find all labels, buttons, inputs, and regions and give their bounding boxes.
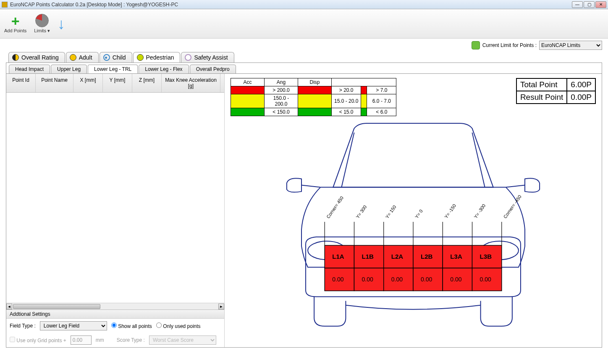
result-point-value: 0.00P: [567, 91, 595, 104]
show-all-radio[interactable]: Show all points: [111, 322, 152, 329]
tab-adult[interactable]: Adult: [66, 52, 99, 62]
settings-header: Addtional Settings: [6, 310, 224, 319]
col-max-knee[interactable]: Max Knee Acceleration [g]: [162, 74, 220, 92]
svg-text:0.00: 0.00: [450, 276, 462, 283]
title-bar: EuroNCAP Points Calculator 0.2a [Desktop…: [0, 0, 608, 9]
col-point-name[interactable]: Point Name: [36, 74, 73, 92]
maximize-button[interactable]: ▢: [584, 1, 595, 8]
svg-text:L2A: L2A: [391, 253, 404, 260]
adult-icon: [70, 54, 76, 61]
result-point-label: Result Point: [516, 91, 567, 104]
total-point-label: Total Point: [516, 78, 567, 91]
mm-label: mm: [96, 337, 104, 343]
subtab-upper-leg[interactable]: Upper Leg: [51, 65, 87, 74]
svg-text:0.00: 0.00: [362, 276, 374, 283]
field-type-label: Field Type :: [10, 323, 36, 329]
only-used-radio[interactable]: Only used points: [156, 322, 201, 329]
limit-icon: [472, 41, 480, 49]
svg-line-0: [301, 185, 320, 187]
additional-settings: Addtional Settings Field Type : Lower Le…: [6, 309, 224, 347]
svg-text:Y= 0: Y= 0: [414, 208, 424, 219]
subtab-head-impact[interactable]: Head Impact: [9, 65, 50, 74]
svg-text:L1A: L1A: [332, 253, 344, 260]
minimize-button[interactable]: —: [572, 1, 583, 8]
subtab-lower-leg-trl[interactable]: Lower Leg - TRL: [88, 65, 138, 74]
limits-button[interactable]: Limits ▾: [34, 14, 50, 34]
content-frame: Head Impact Upper Leg Lower Leg - TRL Lo…: [6, 62, 602, 348]
down-arrow-button[interactable]: ↓: [58, 18, 65, 30]
close-button[interactable]: ✕: [595, 1, 606, 8]
col-y[interactable]: Y [mm]: [103, 74, 132, 92]
grid-body[interactable]: [6, 93, 224, 303]
safety-assist-icon: [185, 54, 191, 61]
plus-icon: +: [11, 15, 20, 27]
use-grid-checkbox[interactable]: Use only Grid points +: [10, 337, 66, 343]
svg-text:L3B: L3B: [480, 253, 492, 260]
grid-header: Point Id Point Name X [mm] Y [mm] Z [mm]…: [6, 74, 224, 93]
limit-selector-row: Current Limit for Points : EuroNCAP Limi…: [0, 39, 608, 52]
score-type-select: Worst Case Score: [149, 335, 216, 345]
svg-text:Y= -300: Y= -300: [473, 203, 486, 219]
car-diagram: Corner= 450 Y= 300 Y= 150 Y= 0 Y= -150 Y…: [225, 120, 602, 347]
scroll-right-arrow[interactable]: ►: [218, 304, 224, 309]
child-icon: [103, 54, 110, 61]
app-icon: [2, 2, 8, 8]
svg-text:Y= -150: Y= -150: [443, 203, 457, 219]
svg-line-1: [506, 185, 525, 187]
svg-text:Y= 150: Y= 150: [385, 204, 397, 219]
total-point-value: 6.00P: [567, 78, 595, 91]
limit-select[interactable]: EuroNCAP Limits: [539, 41, 602, 50]
gauge-icon: [35, 14, 49, 27]
svg-text:Corner= 450: Corner= 450: [325, 195, 344, 219]
scroll-thumb[interactable]: [13, 304, 100, 309]
main-tabs: Overall Rating Adult Child Pedestrian Sa…: [0, 52, 608, 62]
points-summary: Total Point6.00P Result Point0.00P: [516, 78, 596, 104]
subtab-overall-pedpro[interactable]: Overall Pedpro: [190, 65, 236, 74]
svg-text:0.00: 0.00: [391, 276, 403, 283]
grid-horizontal-scrollbar[interactable]: ◄ ►: [6, 303, 224, 309]
grid-offset-input: [71, 335, 92, 345]
svg-text:L1B: L1B: [362, 253, 374, 260]
scroll-left-arrow[interactable]: ◄: [6, 304, 12, 309]
col-point-id[interactable]: Point Id: [6, 74, 36, 92]
svg-text:0.00: 0.00: [480, 276, 492, 283]
sub-tabs: Head Impact Upper Leg Lower Leg - TRL Lo…: [6, 63, 602, 74]
score-type-label: Score Type :: [117, 337, 145, 343]
field-type-select[interactable]: Lower Leg Field: [40, 321, 107, 330]
col-x[interactable]: X [mm]: [73, 74, 103, 92]
main-toolbar: + Add Points Limits ▾ ↓: [0, 9, 608, 39]
svg-text:Y= 300: Y= 300: [355, 204, 367, 219]
svg-text:L3A: L3A: [450, 253, 462, 260]
tab-child[interactable]: Child: [100, 52, 132, 62]
tab-safety-assist[interactable]: Safety Assist: [181, 52, 234, 62]
svg-text:0.00: 0.00: [421, 276, 432, 283]
subtab-lower-leg-flex[interactable]: Lower Leg - Flex: [139, 65, 189, 74]
limit-label: Current Limit for Points :: [482, 42, 537, 48]
svg-text:L2B: L2B: [421, 253, 433, 260]
visualization-panel: Acc Ang Disp > 200.0> 20.0> 7.0 150.0 - …: [225, 74, 602, 347]
tab-pedestrian[interactable]: Pedestrian: [133, 52, 181, 62]
pedestrian-icon: [137, 54, 144, 61]
arrow-down-icon: ↓: [58, 18, 65, 30]
tab-overall-rating[interactable]: Overall Rating: [8, 52, 65, 62]
svg-text:0.00: 0.00: [332, 276, 344, 283]
points-grid-panel: Point Id Point Name X [mm] Y [mm] Z [mm]…: [6, 74, 225, 347]
dropdown-caret-icon: ▾: [46, 28, 50, 33]
window-title: EuroNCAP Points Calculator 0.2a [Desktop…: [10, 2, 572, 8]
col-z[interactable]: Z [mm]: [132, 74, 162, 92]
add-points-button[interactable]: + Add Points: [4, 15, 26, 33]
overall-icon: [12, 54, 19, 61]
threshold-legend: Acc Ang Disp > 200.0> 20.0> 7.0 150.0 - …: [231, 78, 396, 116]
